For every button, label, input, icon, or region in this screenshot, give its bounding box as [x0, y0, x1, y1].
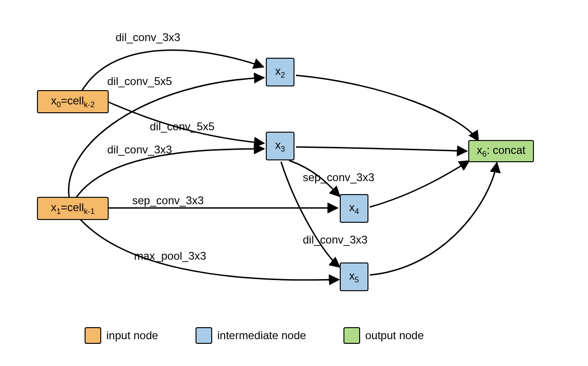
node-x1: x1=cellk-1 — [37, 197, 109, 220]
node-x6-label: x6: concat — [477, 144, 525, 159]
node-x1-label: x1=cellk-1 — [51, 201, 95, 216]
node-x0: x0=cellk-2 — [37, 90, 109, 113]
legend-output-label: output node — [365, 329, 424, 342]
node-x4: x4 — [340, 194, 368, 223]
edge-label-x3-x4: sep_conv_3x3 — [303, 171, 374, 184]
edge-label-x3-x5: dil_conv_3x3 — [303, 233, 368, 246]
legend-input-label: input node — [106, 329, 158, 342]
edge-label-x1-x2: dil_conv_5x5 — [107, 75, 172, 88]
node-x5: x5 — [340, 262, 368, 291]
node-x2-label: x2 — [275, 65, 285, 80]
edge-label-x0-x2: dil_conv_3x3 — [116, 31, 180, 44]
legend-intermediate-swatch — [196, 327, 212, 344]
legend-input-swatch — [85, 327, 101, 344]
edge-label-x1-x5: max_pool_3x3 — [134, 250, 206, 262]
edge-label-x0-x3: dil_conv_5x5 — [150, 120, 214, 133]
node-x0-label: x0=cellk-2 — [51, 94, 95, 110]
node-x2: x2 — [266, 58, 294, 86]
edges-svg — [0, 0, 588, 366]
node-x5-label: x5 — [349, 269, 359, 285]
node-x4-label: x4 — [349, 201, 359, 216]
node-x3-label: x3 — [275, 139, 285, 154]
legend-output-swatch — [343, 327, 360, 344]
edge-label-x1-x4: sep_conv_3x3 — [132, 194, 204, 207]
legend-intermediate-label: intermediate node — [217, 329, 306, 342]
edge-label-x1-x3: dil_conv_3x3 — [107, 143, 172, 156]
node-x6: x6: concat — [468, 140, 534, 162]
node-x3: x3 — [266, 132, 294, 160]
